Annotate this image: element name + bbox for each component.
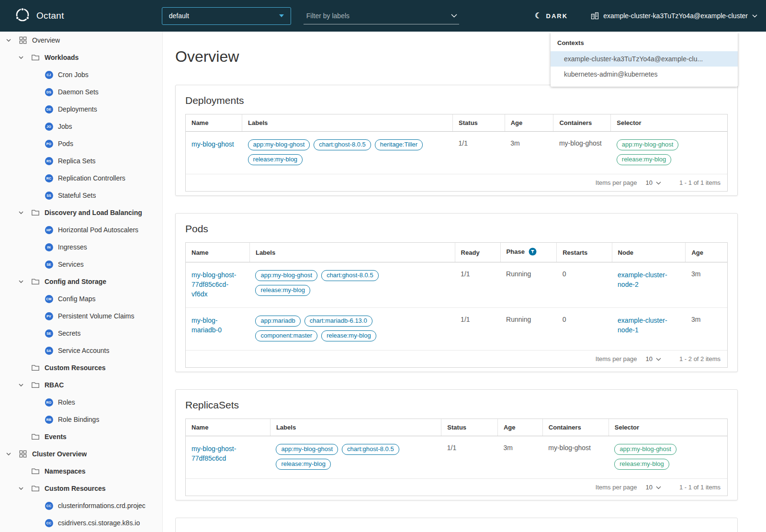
theme-label: DARK <box>546 12 568 20</box>
sidebar-item-csidrivers-csi-storage-k8s-io[interactable]: CCcsidrivers.csi.storage.k8s.io <box>0 514 162 532</box>
chevron-down-icon[interactable] <box>18 210 31 215</box>
cell-text: my-blog-ghost <box>548 444 591 452</box>
pagination-range: 1 - 1 of 1 items <box>679 179 721 186</box>
label-filter-input[interactable] <box>305 11 448 20</box>
sidebar-item-config-and-storage[interactable]: Config and Storage <box>0 273 162 290</box>
column-header-phase: Phase <box>500 243 557 262</box>
resource-icon: CC <box>44 519 54 527</box>
folder-icon <box>31 277 40 286</box>
chevron-down-icon[interactable] <box>6 37 18 43</box>
chevron-down-icon <box>752 14 757 18</box>
sidebar-item-horizontal-pod-autoscalers[interactable]: HPHorizontal Pod Autoscalers <box>0 221 162 238</box>
table-pods: NameLabelsReadyPhaseRestartsNodeAgemy-bl… <box>186 243 727 351</box>
context-menu-item[interactable]: example-cluster-ka3TuTzYo4a@example-clu.… <box>551 51 738 67</box>
chevron-down-icon[interactable] <box>18 279 31 284</box>
sidebar-item-persistent-volume-claims[interactable]: PVPersistent Volume Claims <box>0 307 162 325</box>
selector-tag: release:my-blog <box>614 459 669 470</box>
context-menu-item[interactable]: kubernetes-admin@kubernetes <box>551 67 738 82</box>
folder-icon <box>31 432 40 441</box>
sidebar-item-clusterinformations-crd-projec[interactable]: CCclusterinformations.crd.projec <box>0 497 162 514</box>
column-header-labels: Labels <box>242 114 453 132</box>
selector-tags: app:my-blog-ghostrelease:my-blog <box>617 139 721 165</box>
sidebar-item-roles[interactable]: RORoles <box>0 394 162 411</box>
label-tags: app:my-blog-ghostchart:ghost-8.0.5releas… <box>255 270 413 296</box>
folder-icon <box>31 363 40 372</box>
sidebar-item-discovery-and-load-balancing[interactable]: Discovery and Load Balancing <box>0 204 162 221</box>
chevron-down-icon[interactable] <box>451 14 457 18</box>
column-header-label: Containers <box>559 119 592 126</box>
chevron-down-icon[interactable] <box>6 451 18 457</box>
table-replicasets: NameLabelsStatusAgeContainersSelectormy-… <box>186 419 727 479</box>
sidebar-item-config-maps[interactable]: CMConfig Maps <box>0 290 162 307</box>
label-tag: app:my-blog-ghost <box>248 139 310 150</box>
label-tag: app:mariadb <box>255 316 300 327</box>
sidebar-item-secrets[interactable]: SESecrets <box>0 325 162 342</box>
cell-text: 0 <box>563 316 566 323</box>
chevron-down-icon[interactable] <box>18 55 31 60</box>
column-header-node: Node <box>612 243 686 262</box>
sidebar-item-rbac[interactable]: RBAC <box>0 376 162 394</box>
funnel-icon[interactable] <box>529 248 537 257</box>
folder-icon <box>31 467 40 475</box>
page-size-select[interactable]: 10 <box>646 355 661 362</box>
page-size-value: 10 <box>646 355 653 362</box>
folder-icon <box>31 53 40 62</box>
resource-link[interactable]: my-blog-ghost-77df85c6cd-vf6dx <box>192 270 244 299</box>
sidebar-item-namespaces[interactable]: Namespaces <box>0 463 162 480</box>
sidebar-item-stateful-sets[interactable]: SSStateful Sets <box>0 187 162 204</box>
sidebar-item-label: Events <box>45 433 67 441</box>
resource-icon: CC <box>44 502 54 510</box>
card-pods: PodsNameLabelsReadyPhaseRestartsNodeAgem… <box>175 213 738 372</box>
sidebar-item-deployments[interactable]: DEDeployments <box>0 101 162 118</box>
cell-containers: my-blog-ghost <box>553 132 611 174</box>
column-header-label: Name <box>192 424 208 431</box>
sidebar-item-pods[interactable]: POPods <box>0 135 162 152</box>
sidebar-item-cron-jobs[interactable]: CJCron Jobs <box>0 66 162 83</box>
chevron-down-icon <box>656 484 661 491</box>
resource-link[interactable]: my-blog-ghost-77df85c6cd <box>192 444 264 463</box>
label-tag: release:my-blog <box>321 330 376 341</box>
context-switcher[interactable]: example-cluster-ka3TuTzYo4a@example-clus… <box>591 12 757 20</box>
context-menu-title: Contexts <box>551 38 738 51</box>
label-tag: component:master <box>255 330 317 341</box>
sidebar-item-role-bindings[interactable]: RBRole Bindings <box>0 411 162 428</box>
page-size-select[interactable]: 10 <box>646 484 661 491</box>
resource-icon: SE <box>44 260 54 269</box>
node-link[interactable]: example-cluster-node-2 <box>618 270 680 289</box>
sidebar-item-daemon-sets[interactable]: DSDaemon Sets <box>0 83 162 101</box>
column-header-label: Phase <box>507 248 525 255</box>
theme-toggle-button[interactable]: ☾ DARK <box>532 11 571 20</box>
sidebar-item-custom-resources[interactable]: Custom Resources <box>0 480 162 497</box>
sidebar-item-services[interactable]: SEServices <box>0 256 162 273</box>
resource-link[interactable]: my-blog-ghost <box>192 139 234 149</box>
node-link[interactable]: example-cluster-node-1 <box>618 316 680 335</box>
page-size-select[interactable]: 10 <box>646 179 661 186</box>
cell-restarts: 0 <box>557 308 612 351</box>
column-header-label: Node <box>618 249 634 256</box>
chevron-down-icon[interactable] <box>18 486 31 491</box>
sidebar-item-label: Horizontal Pod Autoscalers <box>58 226 138 234</box>
sidebar-item-jobs[interactable]: JOJobs <box>0 118 162 135</box>
sidebar-item-events[interactable]: Events <box>0 428 162 445</box>
column-header-label: Selector <box>615 424 639 431</box>
sidebar-item-workloads[interactable]: Workloads <box>0 49 162 66</box>
column-header-age: Age <box>497 419 542 436</box>
cell-text: Running <box>506 270 531 278</box>
chevron-down-icon[interactable] <box>18 382 31 388</box>
sidebar-item-ingresses[interactable]: INIngresses <box>0 238 162 256</box>
sidebar-item-label: Workloads <box>45 54 79 61</box>
sidebar-item-replica-sets[interactable]: RSReplica Sets <box>0 152 162 170</box>
sidebar-item-custom-resources[interactable]: Custom Resources <box>0 359 162 376</box>
sidebar-item-label: Overview <box>32 36 60 44</box>
sidebar-item-overview[interactable]: Overview <box>0 32 162 49</box>
resource-link[interactable]: my-blog-mariadb-0 <box>192 316 244 335</box>
sidebar: OverviewWorkloadsCJCron JobsDSDaemon Set… <box>0 32 163 532</box>
cell-text: 0 <box>563 270 566 278</box>
namespace-select[interactable]: default <box>162 7 291 25</box>
sidebar-item-service-accounts[interactable]: SAService Accounts <box>0 342 162 359</box>
sidebar-item-label: Jobs <box>58 123 72 130</box>
sidebar-item-replication-controllers[interactable]: RCReplication Controllers <box>0 170 162 187</box>
sidebar-item-cluster-overview[interactable]: Cluster Overview <box>0 445 162 463</box>
column-header-ready: Ready <box>455 243 500 262</box>
cell-text: Running <box>506 316 531 323</box>
